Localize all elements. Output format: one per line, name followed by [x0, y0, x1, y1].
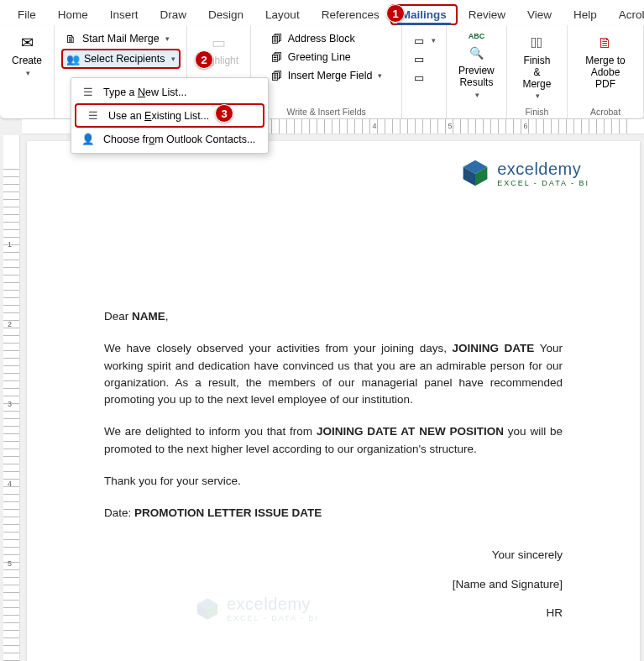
acrobat-group-label: Acrobat	[590, 105, 620, 117]
callout-3: 3	[215, 104, 233, 123]
brand-logo: exceldemy EXCEL - DATA - BI	[460, 158, 589, 188]
labels-icon: ▭	[412, 71, 426, 84]
tab-review[interactable]: Review	[458, 4, 516, 25]
abc-icon: ABC	[469, 32, 485, 40]
sig-sincerely: Your sincerely	[104, 547, 563, 564]
group-write-insert: 🗐 Address Block 🗐 Greeting Line 🗐 Insert…	[251, 25, 402, 118]
group-create: ✉ Create ▾	[0, 25, 55, 118]
greeting-line-button[interactable]: 🗐 Greeting Line	[267, 49, 354, 66]
update-labels-button[interactable]: ▭	[409, 69, 429, 86]
start-mail-merge-label: Start Mail Merge	[82, 33, 160, 45]
tab-view[interactable]: View	[516, 4, 563, 25]
ruler-tick: 2	[8, 320, 12, 328]
mail-merge-icon: 🗎	[65, 32, 78, 45]
group-rules: ▭▾ ▭ ▭	[402, 25, 447, 118]
p1-text-a: We have closely observed your activities…	[104, 342, 453, 354]
menu-outlook-contacts[interactable]: 👤 Choose from Outlook Contacts...	[71, 129, 268, 150]
new-position-date-field: JOINING DATE AT NEW POSITION	[317, 425, 504, 438]
recipients-icon: 👥	[66, 52, 80, 66]
magnifier-icon: 🔍	[464, 42, 488, 64]
create-button[interactable]: ✉ Create ▾	[7, 29, 47, 81]
insert-merge-field-label: Insert Merge Field	[288, 70, 373, 81]
chevron-down-icon: ▾	[475, 91, 479, 99]
address-block-button[interactable]: 🗐 Address Block	[267, 30, 359, 47]
vertical-ruler: 1 2 3 4 5	[3, 135, 20, 661]
salutation-pre: Dear	[104, 310, 132, 323]
chevron-down-icon: ▾	[165, 34, 170, 43]
finish-merge-button[interactable]: ✓⃞ Finish & Merge ▾	[514, 29, 560, 104]
chevron-down-icon: ▾	[378, 71, 382, 80]
tab-insert[interactable]: Insert	[99, 4, 149, 25]
rules-button[interactable]: ▭▾	[409, 32, 439, 49]
match-fields-button[interactable]: ▭	[409, 50, 429, 67]
pdf-icon: 🗎	[594, 32, 617, 54]
menu-outlook-label: Choose from Outlook Contacts...	[103, 134, 255, 145]
sig-hr: HR	[104, 605, 563, 622]
sig-name: [Name and Signature]	[104, 576, 563, 593]
existing-list-icon: ☰	[86, 109, 100, 122]
new-list-icon: ☰	[81, 86, 95, 98]
merge-pdf-label: Merge to Adobe PDF	[579, 55, 631, 90]
ruler-tick: 5	[8, 559, 12, 568]
select-recipients-button[interactable]: 👥 Select Recipients ▾	[61, 49, 181, 69]
group-preview: ABC 🔍 Preview Results ▾	[447, 25, 507, 118]
address-block-label: Address Block	[288, 33, 355, 45]
envelope-icon: ✉	[15, 32, 39, 54]
tab-home[interactable]: Home	[47, 4, 99, 25]
start-mail-merge-button[interactable]: 🗎 Start Mail Merge ▾	[61, 30, 173, 47]
tab-file[interactable]: File	[7, 4, 47, 25]
select-recipients-menu: ☰ Type a New List... ☰ Use an Existing L…	[71, 77, 269, 154]
menu-use-existing-label: Use an Existing List...	[108, 110, 209, 122]
document-area: exceldemy EXCEL - DATA - BI Dear NAME, W…	[22, 136, 644, 661]
merge-field-icon: 🗐	[270, 69, 284, 82]
callout-2: 2	[195, 50, 213, 69]
menu-type-new-list[interactable]: ☰ Type a New List...	[71, 81, 268, 102]
ruler-tick: 1	[8, 240, 12, 249]
tab-layout[interactable]: Layout	[254, 4, 311, 25]
greeting-line-label: Greeting Line	[288, 51, 351, 63]
paragraph-2: We are delighted to inform you that from…	[104, 423, 563, 458]
tab-help[interactable]: Help	[563, 4, 608, 25]
select-recipients-label: Select Recipients	[84, 53, 165, 65]
highlight-icon: ▭	[207, 32, 231, 54]
logo-name: exceldemy	[497, 160, 589, 179]
create-label: Create	[12, 55, 42, 67]
merge-pdf-button[interactable]: 🗎 Merge to Adobe PDF	[574, 29, 636, 93]
date-line: Date: PROMOTION LETTER ISSUE DATE	[104, 505, 563, 522]
tab-draw[interactable]: Draw	[149, 4, 198, 25]
tab-references[interactable]: References	[311, 4, 390, 25]
salutation-post: ,	[165, 310, 169, 323]
paragraph-1: We have closely observed your activities…	[104, 340, 563, 408]
chevron-down-icon: ▾	[26, 69, 30, 77]
finish-group-label: Finish	[525, 105, 548, 117]
name-field: NAME	[132, 310, 165, 323]
preview-results-button[interactable]: ABC 🔍 Preview Results ▾	[453, 29, 500, 102]
callout-1: 1	[386, 4, 405, 23]
menu-type-new-label: Type a New List...	[103, 87, 186, 98]
ruler-tick: 4	[372, 122, 376, 130]
finish-icon: ✓⃞	[525, 32, 548, 54]
chevron-down-icon: ▾	[171, 55, 175, 63]
finish-merge-label: Finish & Merge	[519, 55, 555, 90]
signature-block: Your sincerely [Name and Signature] HR	[104, 547, 563, 622]
issue-date-field: PROMOTION LETTER ISSUE DATE	[134, 506, 322, 519]
ruler-tick: 6	[523, 122, 527, 130]
tab-acrobat[interactable]: Acrobat	[608, 4, 644, 25]
group-acrobat: 🗎 Merge to Adobe PDF Acrobat	[568, 25, 644, 118]
menu-use-existing-list[interactable]: ☰ Use an Existing List...	[75, 103, 264, 128]
insert-merge-field-button[interactable]: 🗐 Insert Merge Field ▾	[267, 67, 386, 84]
ruler-tick: 3	[8, 400, 12, 408]
match-icon: ▭	[412, 52, 426, 66]
address-block-icon: 🗐	[270, 32, 284, 45]
cube-icon	[460, 158, 490, 188]
chevron-down-icon: ▾	[536, 92, 540, 100]
document-body: Dear NAME, We have closely observed your…	[104, 308, 563, 622]
outlook-icon: 👤	[81, 133, 95, 145]
tab-design[interactable]: Design	[197, 4, 254, 25]
ribbon-tabs: File Home Insert Draw Design Layout Refe…	[0, 0, 644, 25]
salutation: Dear NAME,	[104, 308, 563, 325]
document-page[interactable]: exceldemy EXCEL - DATA - BI Dear NAME, W…	[27, 141, 640, 661]
ruler-tick: 4	[8, 480, 12, 488]
joining-date-field: JOINING DATE	[453, 342, 535, 354]
group-finish: ✓⃞ Finish & Merge ▾ Finish	[507, 25, 568, 118]
